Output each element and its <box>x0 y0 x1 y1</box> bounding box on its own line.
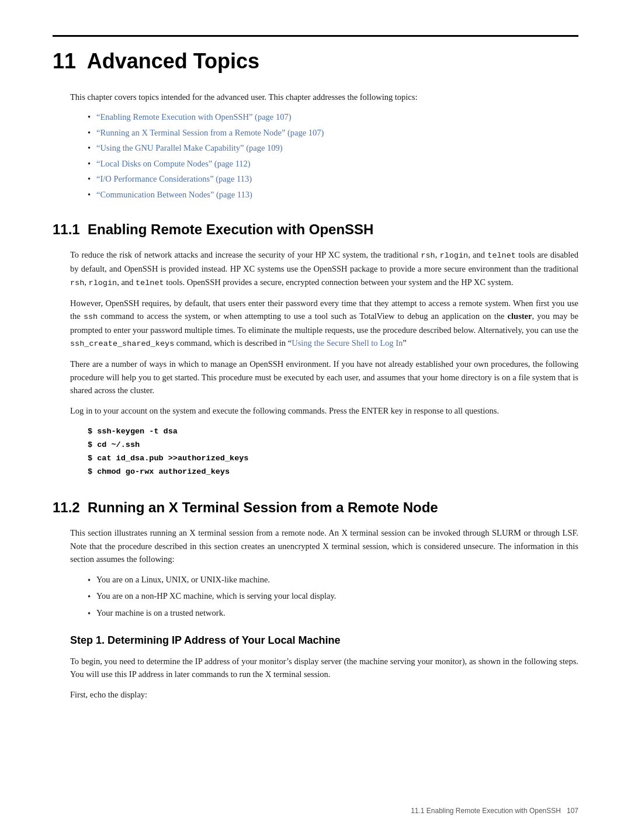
toc-link-5[interactable]: “I/O Performance Considerations” (page 1… <box>96 172 252 185</box>
chapter-title-text: Advanced Topics <box>87 49 259 73</box>
intro-paragraph: This chapter covers topics intended for … <box>70 91 578 103</box>
toc-item[interactable]: “Communication Between Nodes” (page 113) <box>88 188 578 201</box>
code-line-2: $ cd ~/.ssh <box>88 439 578 452</box>
toc-item[interactable]: “Running an X Terminal Session from a Re… <box>88 126 578 139</box>
section-11-1-title: 11.1 Enabling Remote Execution with Open… <box>53 218 578 240</box>
footer-page-number: 107 <box>567 807 578 815</box>
code-block-ssh: $ ssh-keygen -t dsa $ cd ~/.ssh $ cat id… <box>88 425 578 479</box>
step-1-title: Step 1. Determining IP Address of Your L… <box>70 633 578 649</box>
toc-item[interactable]: “Enabling Remote Execution with OpenSSH”… <box>88 110 578 123</box>
link-secure-shell[interactable]: Using the Secure Shell to Log In <box>292 338 403 348</box>
code-line-3: $ cat id_dsa.pub >>authorized_keys <box>88 452 578 466</box>
code-ssh-create: ssh_create_shared_keys <box>70 339 174 348</box>
footer-section-title: 11.1 Enabling Remote Execution with Open… <box>411 807 561 815</box>
toc-link-3[interactable]: “Using the GNU Parallel Make Capability”… <box>96 141 283 154</box>
code-rsh2: rsh <box>70 279 84 287</box>
section-11-1-para-4: Log in to your account on the system and… <box>70 404 578 417</box>
code-ssh: ssh <box>84 313 98 321</box>
section-11-1-para-3: There are a number of ways in which to m… <box>70 357 578 397</box>
step-1-para-2: First, echo the display: <box>70 688 578 701</box>
code-rlogin2: rlogin <box>89 279 117 287</box>
toc-link-6[interactable]: “Communication Between Nodes” (page 113) <box>96 188 252 201</box>
bullet-item-1: You are on a Linux, UNIX, or UNIX-like m… <box>88 573 578 586</box>
toc-item[interactable]: “I/O Performance Considerations” (page 1… <box>88 172 578 185</box>
section-11-2-title: 11.2 Running an X Terminal Session from … <box>53 497 578 518</box>
code-line-1: $ ssh-keygen -t dsa <box>88 425 578 439</box>
page: 11 Advanced Topics This chapter covers t… <box>0 0 631 840</box>
bullet-item-2: You are on a non-HP XC machine, which is… <box>88 589 578 603</box>
code-line-4: $ chmod go-rwx authorized_keys <box>88 466 578 479</box>
code-telnet: telnet <box>487 251 516 260</box>
bold-cluster: cluster <box>508 311 532 321</box>
toc-link-2[interactable]: “Running an X Terminal Session from a Re… <box>96 126 324 139</box>
chapter-number: 11 <box>53 49 76 73</box>
chapter-title: 11 Advanced Topics <box>53 35 578 78</box>
section-11-1-para-2: However, OpenSSH requires, by default, t… <box>70 297 578 351</box>
code-rlogin: rlogin <box>440 251 469 260</box>
toc-link-4[interactable]: “Local Disks on Compute Nodes” (page 112… <box>96 157 251 170</box>
toc-item[interactable]: “Local Disks on Compute Nodes” (page 112… <box>88 157 578 170</box>
page-footer: 11.1 Enabling Remote Execution with Open… <box>411 806 578 817</box>
bullet-item-3: Your machine is on a trusted network. <box>88 606 578 620</box>
section-11-2-bullets: You are on a Linux, UNIX, or UNIX-like m… <box>88 573 578 620</box>
step-1-para-1: To begin, you need to determine the IP a… <box>70 655 578 681</box>
section-11-2-intro: This section illustrates running an X te… <box>70 526 578 565</box>
code-rsh: rsh <box>421 251 435 260</box>
code-telnet2: telnet <box>136 279 164 287</box>
toc-link-1[interactable]: “Enabling Remote Execution with OpenSSH”… <box>96 110 291 123</box>
toc-list: “Enabling Remote Execution with OpenSSH”… <box>88 110 578 201</box>
section-11-1-para-1: To reduce the risk of network attacks an… <box>70 248 578 289</box>
toc-item[interactable]: “Using the GNU Parallel Make Capability”… <box>88 141 578 154</box>
